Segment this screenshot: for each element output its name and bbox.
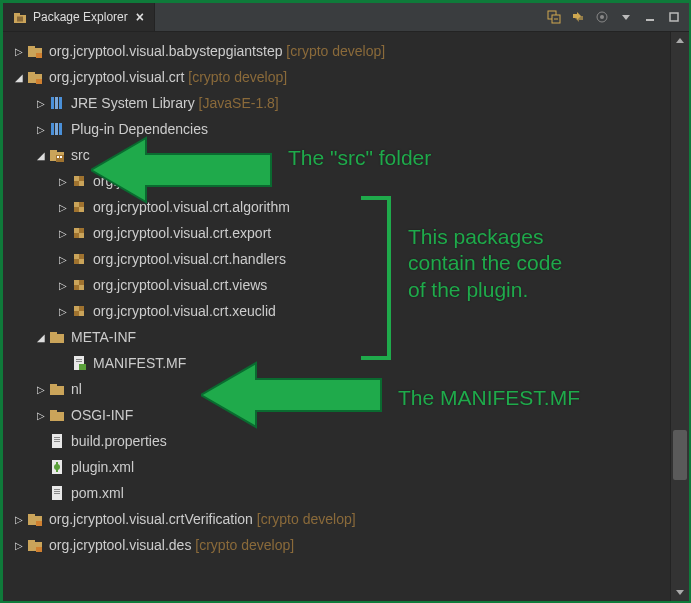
- svg-rect-28: [79, 176, 84, 181]
- close-icon[interactable]: ×: [134, 9, 146, 25]
- project-icon: [27, 511, 43, 527]
- svg-rect-18: [59, 97, 62, 109]
- tree-item-pk1[interactable]: ▷org.jcryptool.visual.crt.algorithm: [9, 194, 670, 220]
- tree-item-label: OSGI-INF: [71, 407, 133, 423]
- chevron-right-icon[interactable]: ▷: [57, 306, 71, 317]
- chevron-right-icon[interactable]: ▷: [13, 514, 27, 525]
- svg-rect-51: [50, 334, 64, 343]
- chevron-right-icon[interactable]: ▷: [13, 46, 27, 57]
- package-icon: [71, 173, 87, 189]
- tree-item-nl[interactable]: ▷nl: [9, 376, 670, 402]
- tree-item-pom[interactable]: ▷pom.xml: [9, 480, 670, 506]
- minimize-button[interactable]: [639, 6, 661, 28]
- link-with-editor-button[interactable]: [567, 6, 589, 28]
- project-icon: [27, 43, 43, 59]
- tree-item-mf[interactable]: ▷MANIFEST.MF: [9, 350, 670, 376]
- tree-item-p2[interactable]: ▷org.jcryptool.visual.crtVerification [c…: [9, 506, 670, 532]
- tree-item-p0[interactable]: ▷org.jcryptool.visual.babystepgiantstep …: [9, 38, 670, 64]
- tree-item-src[interactable]: ◢src: [9, 142, 670, 168]
- tree-item-bp[interactable]: ▷build.properties: [9, 428, 670, 454]
- tree-item-label: MANIFEST.MF: [93, 355, 186, 371]
- package-icon: [71, 199, 87, 215]
- tree-item-os[interactable]: ▷OSGI-INF: [9, 402, 670, 428]
- tree-item-pk0[interactable]: ▷org.jcryptool.visual.crt: [9, 168, 670, 194]
- tree-item-pk5[interactable]: ▷org.jcryptool.visual.crt.xeuclid: [9, 298, 670, 324]
- tree-item-label: src: [71, 147, 90, 163]
- chevron-right-icon[interactable]: ▷: [57, 228, 71, 239]
- chevron-right-icon[interactable]: ▷: [57, 202, 71, 213]
- chevron-right-icon[interactable]: ▷: [35, 124, 49, 135]
- svg-rect-17: [55, 97, 58, 109]
- chevron-right-icon[interactable]: ▷: [57, 176, 71, 187]
- collapse-all-button[interactable]: [543, 6, 565, 28]
- focus-task-button[interactable]: [591, 6, 613, 28]
- view-tab-bar: Package Explorer ×: [3, 3, 689, 32]
- scroll-up-button[interactable]: [671, 32, 689, 50]
- svg-rect-37: [74, 233, 79, 238]
- tree-item-label: org.jcryptool.visual.crt.views: [93, 277, 267, 293]
- tree-item-label: plugin.xml: [71, 459, 134, 475]
- view-tab[interactable]: Package Explorer ×: [3, 3, 155, 31]
- svg-rect-74: [28, 514, 35, 517]
- svg-rect-70: [54, 489, 60, 490]
- svg-rect-30: [79, 181, 84, 186]
- tree-item-label: Plug-in Dependencies: [71, 121, 208, 137]
- scrollbar-thumb[interactable]: [673, 430, 687, 480]
- svg-rect-72: [54, 493, 60, 494]
- svg-rect-4: [552, 15, 560, 23]
- scrollbar[interactable]: [670, 32, 689, 601]
- chevron-right-icon[interactable]: ▷: [35, 98, 49, 109]
- svg-rect-39: [74, 254, 79, 259]
- chevron-down-icon[interactable]: ◢: [35, 332, 49, 343]
- svg-rect-40: [79, 254, 84, 259]
- tree-item-pid[interactable]: ▷Plug-in Dependencies: [9, 116, 670, 142]
- tree-item-pk3[interactable]: ▷org.jcryptool.visual.crt.handlers: [9, 246, 670, 272]
- tree-item-px[interactable]: ▷plugin.xml: [9, 454, 670, 480]
- chevron-right-icon[interactable]: ▷: [13, 540, 27, 551]
- tree-item-jre[interactable]: ▷JRE System Library [JavaSE-1.8]: [9, 90, 670, 116]
- chevron-down-icon[interactable]: ◢: [13, 72, 27, 83]
- svg-rect-26: [60, 156, 62, 158]
- svg-rect-63: [54, 439, 60, 440]
- svg-rect-57: [50, 386, 64, 395]
- tree-item-label: JRE System Library [JavaSE-1.8]: [71, 95, 279, 111]
- svg-rect-59: [50, 412, 64, 421]
- tree-item-pk4[interactable]: ▷org.jcryptool.visual.crt.views: [9, 272, 670, 298]
- tree-item-label: org.jcryptool.visual.crt: [93, 173, 228, 189]
- manifest-icon: [71, 355, 87, 371]
- tree-item-pk2[interactable]: ▷org.jcryptool.visual.crt.export: [9, 220, 670, 246]
- tree-item-label: build.properties: [71, 433, 167, 449]
- tree-item-label: nl: [71, 381, 82, 397]
- svg-rect-78: [36, 547, 42, 552]
- tree-item-p1[interactable]: ◢org.jcryptool.visual.crt [crypto develo…: [9, 64, 670, 90]
- maximize-button[interactable]: [663, 6, 685, 28]
- project-tree[interactable]: ▷org.jcryptool.visual.babystepgiantstep …: [3, 32, 670, 601]
- svg-rect-8: [646, 19, 654, 21]
- svg-rect-32: [79, 202, 84, 207]
- svg-rect-68: [56, 469, 58, 472]
- svg-point-6: [597, 12, 607, 22]
- svg-rect-58: [50, 384, 57, 387]
- chevron-right-icon[interactable]: ▷: [35, 384, 49, 395]
- svg-rect-75: [36, 521, 42, 526]
- folder-icon: [49, 381, 65, 397]
- svg-rect-42: [79, 259, 84, 264]
- svg-rect-55: [76, 361, 82, 362]
- scroll-down-button[interactable]: [671, 583, 689, 601]
- svg-rect-43: [74, 280, 79, 285]
- view-menu-button[interactable]: [615, 6, 637, 28]
- tree-item-p3[interactable]: ▷org.jcryptool.visual.des [crypto develo…: [9, 532, 670, 558]
- chevron-right-icon[interactable]: ▷: [57, 254, 71, 265]
- chevron-right-icon[interactable]: ▷: [57, 280, 71, 291]
- svg-rect-50: [79, 311, 84, 316]
- tree-item-mi[interactable]: ◢META-INF: [9, 324, 670, 350]
- tree-item-label: pom.xml: [71, 485, 124, 501]
- package-explorer-icon: [13, 10, 27, 24]
- chevron-right-icon[interactable]: ▷: [35, 410, 49, 421]
- package-icon: [71, 277, 87, 293]
- chevron-down-icon[interactable]: ◢: [35, 150, 49, 161]
- svg-rect-36: [79, 228, 84, 233]
- file-icon: [49, 485, 65, 501]
- svg-rect-46: [79, 285, 84, 290]
- pluginxml-icon: [49, 459, 65, 475]
